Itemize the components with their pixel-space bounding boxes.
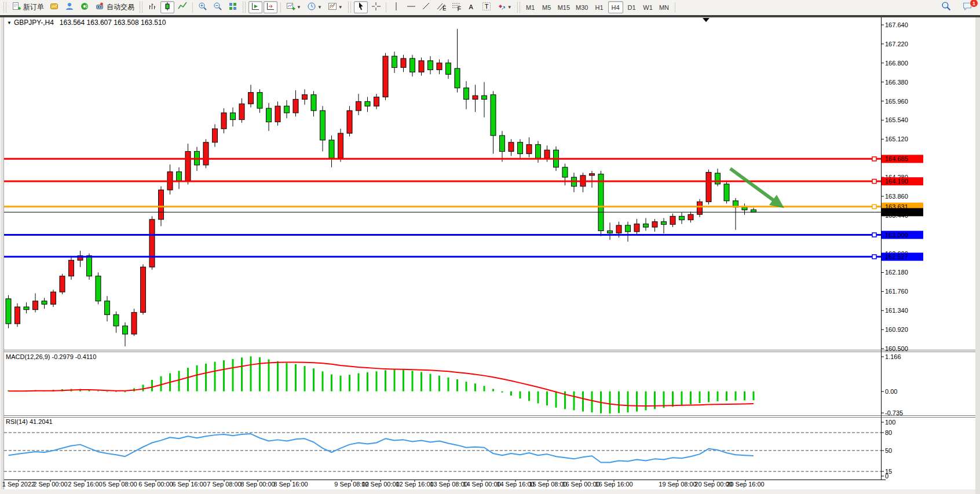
signals-icon	[80, 2, 89, 13]
timeframe-mn-button[interactable]: MN	[657, 1, 672, 13]
bull-candle	[51, 292, 56, 304]
bull-candle	[347, 111, 352, 133]
bar-chart-icon	[148, 2, 157, 13]
chat-button[interactable]: 1	[960, 1, 975, 13]
timeframe-m5-button[interactable]: M5	[539, 1, 554, 13]
trendline-button[interactable]	[419, 1, 433, 13]
toolbar-grip[interactable]	[243, 2, 246, 13]
text-label-button[interactable]: T	[480, 1, 493, 13]
macd-histogram-bar	[394, 369, 396, 391]
toolbar-grip[interactable]	[140, 2, 142, 13]
timeframe-m30-button[interactable]: M30	[573, 1, 590, 13]
bull-candle	[141, 267, 146, 312]
macd-histogram-bar	[358, 373, 360, 391]
chart-shift-button[interactable]	[264, 1, 277, 13]
chevron-down-icon: ▼	[297, 5, 301, 10]
bear-candle	[231, 113, 236, 120]
vertical-line-button[interactable]	[389, 1, 403, 13]
text-button[interactable]: A	[465, 1, 478, 13]
bull-candle	[149, 219, 155, 267]
crosshair-button[interactable]	[369, 1, 383, 13]
price-tick-label: 160.920	[885, 326, 908, 333]
line-chart-button[interactable]	[175, 1, 189, 13]
bear-candle	[87, 256, 92, 276]
auto-scroll-button[interactable]	[248, 1, 262, 13]
bear-candle	[123, 326, 128, 334]
fibonacci-button[interactable]: F	[449, 1, 463, 13]
new-order-button[interactable]: 新订单	[9, 1, 46, 13]
zoom-in-button[interactable]	[196, 1, 210, 13]
macd-histogram-bar	[681, 391, 683, 405]
cursor-button[interactable]	[354, 1, 368, 13]
line-handle[interactable]	[872, 180, 876, 184]
toolbar-grip[interactable]	[348, 2, 351, 13]
tile-windows-button[interactable]	[226, 1, 240, 13]
trendline-icon	[422, 2, 431, 13]
timeframe-w1-button[interactable]: W1	[641, 1, 656, 13]
macd-histogram-bar	[125, 391, 126, 393]
line-handle[interactable]	[872, 157, 876, 161]
timeframe-d1-button[interactable]: D1	[624, 1, 639, 13]
bull-candle	[131, 312, 137, 334]
periods-button[interactable]: ▼	[305, 1, 324, 13]
macd-histogram-bar	[645, 391, 647, 411]
toolbar-grip[interactable]	[3, 2, 6, 13]
bear-candle	[455, 68, 460, 88]
community-button[interactable]	[63, 1, 76, 13]
candlestick-chart-button[interactable]	[160, 1, 174, 13]
charts-button[interactable]	[47, 1, 61, 13]
bear-candle	[661, 222, 667, 225]
indicators-icon	[286, 2, 295, 13]
rsi-indicator-label: RSI(14) 41.2041	[6, 418, 53, 425]
timeframe-m15-button[interactable]: M15	[555, 1, 572, 13]
macd-histogram-bar	[618, 391, 620, 413]
date-label: 6 Sep 16:00	[172, 481, 206, 488]
price-tick-label: 167.640	[885, 21, 908, 28]
bull-candle	[248, 93, 254, 104]
bear-candle	[500, 136, 505, 151]
shapes-arrows-icon	[497, 2, 506, 13]
signals-button[interactable]	[78, 1, 92, 13]
toolbar-grip[interactable]	[517, 2, 520, 13]
timeframe-h1-button[interactable]: H1	[592, 1, 607, 13]
zoom-out-button[interactable]	[211, 1, 225, 13]
line-handle[interactable]	[872, 204, 876, 208]
line-handle[interactable]	[872, 255, 876, 259]
timeframe-m1-button[interactable]: M1	[523, 1, 538, 13]
bull-candle	[383, 56, 388, 97]
templates-button[interactable]: ▼	[326, 1, 345, 13]
equidistant-channel-button[interactable]: E	[434, 1, 448, 13]
macd-histogram-bar	[484, 386, 485, 391]
bear-candle	[311, 95, 316, 111]
macd-histogram-bar	[582, 391, 584, 412]
rsi-tick-label: 50	[885, 447, 892, 454]
macd-histogram-bar	[456, 379, 458, 391]
horizontal-line-button[interactable]	[404, 1, 418, 13]
macd-histogram-bar	[510, 391, 512, 396]
macd-histogram-bar	[403, 369, 404, 391]
bull-candle	[544, 150, 550, 158]
bear-candle	[257, 93, 262, 108]
line-handle[interactable]	[872, 233, 876, 237]
search-button[interactable]	[939, 1, 953, 13]
arrows-button[interactable]: ▼	[495, 1, 514, 13]
bear-candle	[410, 58, 415, 72]
horizontal-line-icon	[407, 2, 416, 13]
auto-scroll-icon	[251, 2, 260, 13]
bull-candle	[15, 307, 20, 324]
bull-candle	[419, 61, 424, 72]
timeframe-h4-button[interactable]: H4	[608, 1, 623, 13]
bear-candle	[266, 108, 272, 122]
indicators-button[interactable]: ▼	[284, 1, 303, 13]
toolbar-separator	[192, 2, 193, 13]
bull-candle	[697, 202, 703, 214]
price-tick-label: 165.120	[885, 136, 908, 142]
bull-candle	[509, 142, 514, 152]
auto-trading-button[interactable]: 自动交易	[93, 1, 137, 13]
chart-canvas[interactable]: 167.640167.220166.800166.380165.960165.5…	[0, 0, 980, 494]
bear-candle	[626, 225, 631, 232]
macd-tick-label: 0.00	[885, 388, 897, 395]
bar-chart-button[interactable]	[145, 1, 159, 13]
collapse-triangle-icon[interactable]: ▼	[7, 20, 12, 25]
macd-histogram-bar	[708, 391, 710, 402]
